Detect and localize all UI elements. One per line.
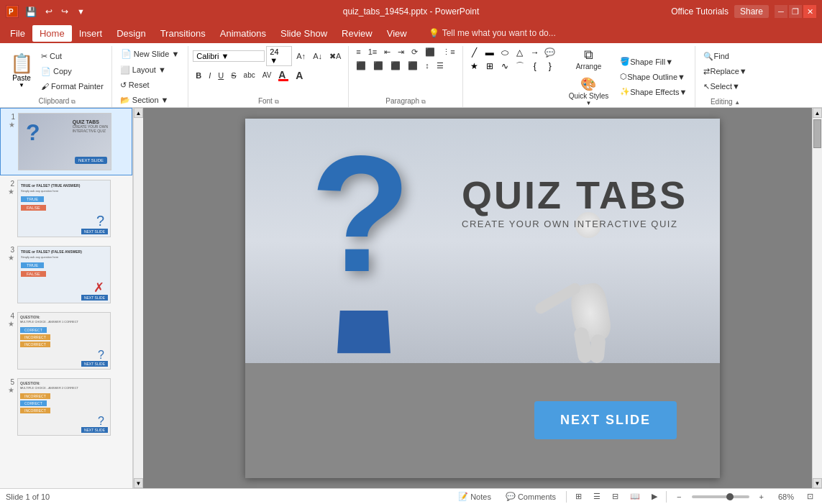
layout-button[interactable]: ⬜ Layout ▼ bbox=[117, 63, 170, 77]
zoom-thumb[interactable] bbox=[726, 493, 734, 500]
rect-shape-button[interactable]: ▬ bbox=[483, 46, 497, 59]
increase-indent-button[interactable]: ⇥ bbox=[395, 46, 407, 58]
cut-button[interactable]: ✂ Cut bbox=[37, 50, 107, 63]
find-button[interactable]: 🔍 Find bbox=[700, 50, 750, 63]
slides-scroll-down[interactable]: ▼ bbox=[134, 478, 143, 488]
share-button[interactable]: Share bbox=[734, 5, 769, 18]
zoom-out-button[interactable]: − bbox=[672, 492, 685, 502]
zoom-level[interactable]: 68% bbox=[774, 492, 798, 502]
reset-button[interactable]: ↺ Reset bbox=[117, 78, 153, 92]
canvas-scroll-down[interactable]: ▼ bbox=[813, 478, 822, 488]
copy-button[interactable]: 📄 Copy bbox=[37, 65, 107, 78]
shape-outline-button[interactable]: ⬡ Shape Outline ▼ bbox=[616, 70, 690, 83]
callout-shape-button[interactable]: 💬 bbox=[543, 46, 557, 59]
slide-canvas[interactable]: ? QUIZ TABS CREATE YOUR OWN bbox=[245, 119, 720, 478]
char-spacing-button[interactable]: AV bbox=[260, 70, 275, 81]
italic-button[interactable]: I bbox=[206, 70, 214, 81]
select-button[interactable]: ↖ Select ▼ bbox=[700, 80, 750, 93]
section-button[interactable]: 📂 Section ▼ bbox=[117, 93, 173, 107]
shape-fill-button[interactable]: 🪣 Shape Fill ▼ bbox=[616, 55, 690, 68]
convert-smartart-button[interactable]: ⬛ bbox=[422, 46, 438, 58]
more-shapes-button[interactable]: ⊞ bbox=[483, 60, 497, 73]
slides-scroll-up[interactable]: ▲ bbox=[134, 108, 143, 118]
next-slide-button[interactable]: NEXT SLIDE bbox=[534, 401, 677, 439]
fit-to-window-button[interactable]: ⊡ bbox=[804, 490, 816, 503]
menu-animations[interactable]: Animations bbox=[213, 25, 273, 42]
curve-shape-button[interactable]: ∿ bbox=[498, 60, 512, 73]
editing-expand[interactable]: ▲ bbox=[734, 99, 740, 106]
restore-button[interactable]: ❐ bbox=[789, 5, 802, 18]
reading-view-button[interactable]: 📖 bbox=[627, 490, 643, 503]
zoom-slider[interactable] bbox=[692, 495, 749, 498]
col-button[interactable]: ⋮≡ bbox=[439, 46, 457, 58]
comments-button[interactable]: 💬 Comments bbox=[501, 491, 560, 502]
connector-button[interactable]: ⌒ bbox=[513, 60, 527, 73]
paste-button[interactable]: 📋 Paste ▼ bbox=[7, 52, 36, 90]
quick-access-undo[interactable]: ↩ bbox=[43, 5, 55, 18]
quick-access-redo[interactable]: ↪ bbox=[59, 5, 70, 18]
replace-button[interactable]: ⇄ Replace ▼ bbox=[700, 65, 750, 78]
office-tutorials-link[interactable]: Office Tutorials bbox=[671, 6, 729, 17]
justify-button[interactable]: ⬛ bbox=[405, 60, 421, 72]
numbering-button[interactable]: 1≡ bbox=[365, 46, 380, 58]
align-left-button[interactable]: ⬛ bbox=[353, 60, 369, 72]
shape-effects-button[interactable]: ✨ Shape Effects ▼ bbox=[616, 85, 690, 98]
line-shape-button[interactable]: ╱ bbox=[467, 46, 482, 59]
underline-button[interactable]: U bbox=[215, 70, 227, 81]
menu-review[interactable]: Review bbox=[334, 25, 380, 42]
font-increase-button[interactable]: A↑ bbox=[293, 50, 309, 62]
menu-slideshow[interactable]: Slide Show bbox=[273, 25, 334, 42]
arrow-shape-button[interactable]: → bbox=[528, 46, 542, 59]
clear-format-button[interactable]: ✖A bbox=[326, 50, 344, 63]
canvas-scroll-track[interactable] bbox=[813, 150, 822, 478]
slide-thumb-1[interactable]: 1 ★ ? QUIZ TABS CREATE YOUR OWN INTERACT… bbox=[0, 108, 132, 175]
font-size-selector[interactable]: 24 ▼ bbox=[266, 46, 292, 66]
quick-access-save[interactable]: 💾 bbox=[23, 5, 39, 19]
align-right-button[interactable]: ⬛ bbox=[388, 60, 403, 72]
slides-scroll-track[interactable] bbox=[134, 118, 143, 478]
menu-home[interactable]: Home bbox=[32, 25, 72, 42]
decrease-indent-button[interactable]: ⇤ bbox=[381, 46, 393, 58]
triangle-shape-button[interactable]: △ bbox=[513, 46, 527, 59]
format-painter-button[interactable]: 🖌 Format Painter bbox=[37, 80, 107, 93]
bullets-button[interactable]: ≡ bbox=[353, 46, 363, 58]
line-spacing-button[interactable]: ↕ bbox=[422, 60, 432, 72]
menu-view[interactable]: View bbox=[380, 25, 414, 42]
ellipse-shape-button[interactable]: ⬭ bbox=[498, 46, 512, 59]
zoom-in-button[interactable]: + bbox=[755, 492, 768, 502]
quick-styles-button[interactable]: 🎨 Quick Styles ▼ bbox=[564, 74, 614, 109]
slide-sorter-button[interactable]: ⊟ bbox=[609, 490, 621, 503]
brace-button[interactable]: } bbox=[543, 60, 557, 73]
slide-thumb-2[interactable]: 2 ★ TRUE or FALSE? (TRUE ANSWER) Simply … bbox=[0, 175, 132, 242]
text-direction-button[interactable]: ⟳ bbox=[408, 46, 421, 58]
font-color-button[interactable]: A bbox=[275, 68, 291, 83]
text-highlight-button[interactable]: A bbox=[293, 68, 306, 83]
bold-button[interactable]: B bbox=[193, 70, 204, 81]
quick-access-customize[interactable]: ▼ bbox=[75, 6, 87, 17]
text-shadow-para-button[interactable]: ☰ bbox=[434, 60, 447, 72]
minimize-button[interactable]: ─ bbox=[775, 5, 787, 18]
font-decrease-button[interactable]: A↓ bbox=[310, 50, 325, 62]
slide-thumb-4[interactable]: 4 ★ QUESTION: MULTIPLE CHOICE - ANSWER 1… bbox=[0, 308, 132, 374]
tell-me-box[interactable]: 💡 Tell me what you want to do... bbox=[429, 28, 556, 38]
font-name-selector[interactable]: Calibri ▼ bbox=[193, 50, 265, 62]
normal-view-button[interactable]: ⊞ bbox=[572, 490, 585, 503]
new-slide-button[interactable]: 📄 New Slide ▼ bbox=[117, 46, 183, 62]
menu-transitions[interactable]: Transitions bbox=[153, 25, 213, 42]
slide-thumb-3[interactable]: 3 ★ TRUE or FALSE? (FALSE ANSWER) Simply… bbox=[0, 242, 132, 308]
close-button[interactable]: ✕ bbox=[803, 5, 816, 18]
strikethrough-button[interactable]: S bbox=[228, 70, 239, 81]
canvas-scroll-up[interactable]: ▲ bbox=[813, 108, 822, 118]
font-expand[interactable]: ⧉ bbox=[275, 98, 279, 105]
slideshow-button[interactable]: ▶ bbox=[649, 490, 660, 503]
menu-design[interactable]: Design bbox=[109, 25, 152, 42]
canvas-scroll-thumb[interactable] bbox=[813, 119, 821, 148]
arrange-button[interactable]: ⧉ Arrange bbox=[564, 45, 614, 73]
clipboard-expand[interactable]: ⧉ bbox=[71, 98, 76, 105]
star-shape-button[interactable]: ★ bbox=[467, 60, 482, 73]
paragraph-expand[interactable]: ⧉ bbox=[421, 98, 426, 105]
slide-thumb-5[interactable]: 5 ★ QUESTION: MULTIPLE CHOICE - ANSWER 2… bbox=[0, 374, 132, 440]
notes-button[interactable]: 📝 Notes bbox=[454, 491, 496, 502]
shadow-button[interactable]: abc bbox=[241, 70, 258, 81]
align-center-button[interactable]: ⬛ bbox=[370, 60, 386, 72]
